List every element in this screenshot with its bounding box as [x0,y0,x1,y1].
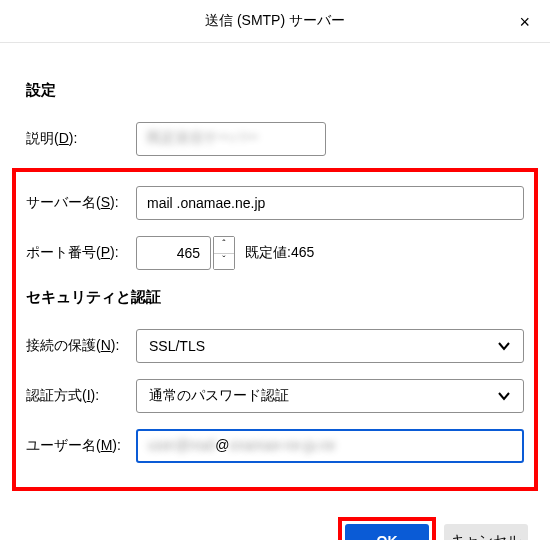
description-input[interactable]: 既定送信サーバー [136,122,326,156]
dialog-body: 設定 説明(D): 既定送信サーバー サーバー名(S): ポート番号(P): ˆ… [0,43,550,501]
security-section-title: セキュリティと認証 [26,288,524,307]
settings-section-title: 設定 [26,81,524,100]
username-row: ユーザー名(M): user@mail@onamae-ne-jp.ne [26,429,524,463]
port-spin-down[interactable]: ˇ [214,254,234,270]
security-select[interactable]: SSL/TLS [136,329,524,363]
auth-select[interactable]: 通常のパスワード認証 [136,379,524,413]
security-value: SSL/TLS [149,338,205,354]
dialog-footer: OK キャンセル [0,501,550,540]
dialog-title: 送信 (SMTP) サーバー [205,12,345,28]
ok-highlight: OK [338,517,436,540]
description-row: 説明(D): 既定送信サーバー [26,122,524,156]
server-input[interactable] [136,186,524,220]
auth-value: 通常のパスワード認証 [149,387,289,405]
chevron-down-icon [497,339,511,353]
close-icon: × [519,12,530,32]
port-label: ポート番号(P): [26,244,136,262]
server-label: サーバー名(S): [26,194,136,212]
description-label: 説明(D): [26,130,136,148]
server-row: サーバー名(S): [26,186,524,220]
username-label: ユーザー名(M): [26,437,136,455]
auth-label: 認証方式(I): [26,387,136,405]
chevron-down-icon [497,389,511,403]
highlighted-settings-area: サーバー名(S): ポート番号(P): ˆ ˇ 既定値:465 セキュリティと認… [12,168,538,491]
port-input[interactable] [136,236,211,270]
security-row: 接続の保護(N): SSL/TLS [26,329,524,363]
port-spinner: ˆ ˇ [213,236,235,270]
security-label: 接続の保護(N): [26,337,136,355]
port-spin-up[interactable]: ˆ [214,237,234,254]
auth-row: 認証方式(I): 通常のパスワード認証 [26,379,524,413]
close-button[interactable]: × [513,10,536,35]
username-input[interactable]: user@mail@onamae-ne-jp.ne [136,429,524,463]
cancel-button[interactable]: キャンセル [444,524,528,540]
port-default-label: 既定値:465 [245,244,314,262]
ok-button[interactable]: OK [345,524,429,540]
port-row: ポート番号(P): ˆ ˇ 既定値:465 [26,236,524,270]
dialog-header: 送信 (SMTP) サーバー × [0,0,550,43]
